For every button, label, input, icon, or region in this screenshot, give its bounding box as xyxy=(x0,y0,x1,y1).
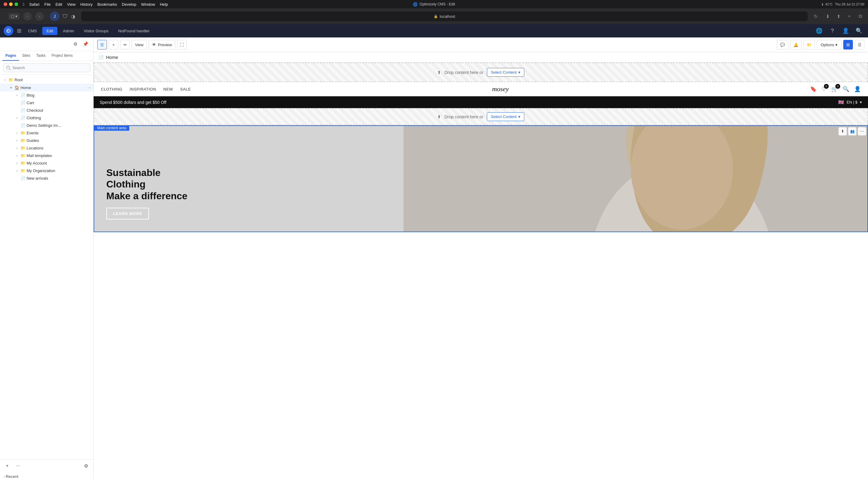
address-bar[interactable]: 🔒 localhost xyxy=(81,11,808,21)
menu-safari[interactable]: Safari xyxy=(29,2,39,7)
tree-item-mail-templates[interactable]: › 📁 Mail templates xyxy=(0,152,93,159)
cms-nav-visitor-groups[interactable]: Visitor Groups xyxy=(80,27,113,35)
view-label: View xyxy=(135,42,144,47)
settings-icon-btn[interactable]: ⚙ xyxy=(71,40,80,48)
add-page-btn[interactable]: + xyxy=(3,461,11,470)
forward-btn[interactable]: › xyxy=(35,12,44,21)
view-btn[interactable]: View xyxy=(132,40,147,50)
pin-icon-btn[interactable]: 📌 xyxy=(81,40,90,48)
cms-nav-edit[interactable]: Edit xyxy=(42,27,57,35)
list-toggle-btn[interactable]: ☰ xyxy=(855,40,864,50)
menu-window[interactable]: Window xyxy=(141,2,155,7)
grid-view-btn[interactable]: ⊞ xyxy=(843,40,853,50)
promo-bar: Spend $500 dollars and get $50 Off 🇬🇧 EN… xyxy=(94,96,868,108)
download-btn[interactable]: ⬇ xyxy=(823,12,832,21)
nav-account-icon[interactable]: 👤 xyxy=(854,86,861,92)
comment-btn[interactable]: 💬 xyxy=(777,40,788,50)
sidebar-toggle-btn[interactable]: ▢ ▾ xyxy=(8,13,20,20)
maximize-btn[interactable] xyxy=(14,2,18,6)
back-btn[interactable]: ‹ xyxy=(23,12,32,21)
tree-item-root[interactable]: › 📁 Root xyxy=(0,76,93,84)
recent-label[interactable]: › Recent xyxy=(4,474,90,479)
nav-bookmark-icon[interactable]: 🔖 xyxy=(810,86,817,92)
middle-drop-zone[interactable]: ⬆ Drop content here or Select Content ▾ xyxy=(94,108,868,125)
tree-item-home[interactable]: ▾ 🏠 Home ··· xyxy=(0,84,93,92)
search-btn[interactable]: 🔍 xyxy=(854,25,864,36)
tree-item-locations[interactable]: › 📁 Locations xyxy=(0,144,93,152)
tree-item-guides[interactable]: › 📁 Guides xyxy=(0,137,93,144)
cms-nav-cms[interactable]: CMS xyxy=(24,27,41,35)
nav-search-icon[interactable]: 🔍 xyxy=(843,86,849,92)
refresh-btn[interactable]: ↻ xyxy=(811,12,820,21)
nav-sale[interactable]: SALE xyxy=(180,87,191,92)
grid-icon[interactable]: ⊞ xyxy=(17,28,22,34)
close-btn[interactable] xyxy=(4,2,7,6)
search-input[interactable] xyxy=(3,63,90,72)
list-view-btn[interactable]: ☰ xyxy=(97,40,107,50)
nav-cart-icon[interactable]: 🛒0 xyxy=(831,86,838,92)
top-drop-zone[interactable]: ⬆ Drop content here or Select Content ▾ xyxy=(94,63,868,82)
tree-label-demo: Demo Settings Im... xyxy=(27,123,91,128)
cms-nav-notfound[interactable]: NotFound handler xyxy=(114,27,154,35)
options-label: Options xyxy=(820,42,834,47)
page-icon: 📄 xyxy=(98,55,103,60)
minimize-btn[interactable] xyxy=(9,2,13,6)
tree-item-events[interactable]: › 📁 Events xyxy=(0,129,93,137)
menu-edit[interactable]: Edit xyxy=(56,2,62,7)
tree-item-demo[interactable]: 📄 Demo Settings Im... xyxy=(0,122,93,129)
cms-nav-admin[interactable]: Admin xyxy=(59,27,78,35)
preview-frame[interactable]: ⬆ Drop content here or Select Content ▾ … xyxy=(94,63,868,480)
menu-file[interactable]: File xyxy=(44,2,51,7)
tab-pages[interactable]: Pages xyxy=(2,51,19,61)
tree-item-clothing[interactable]: › 📄 Clothing xyxy=(0,114,93,122)
tab-tasks[interactable]: Tasks xyxy=(33,51,49,61)
options-btn[interactable]: Options ▾ xyxy=(817,40,841,50)
tree-item-blog[interactable]: › 📄 Blog xyxy=(0,92,93,99)
sidebar-settings-btn[interactable]: ⚙ xyxy=(82,461,90,470)
more-content-btn[interactable]: ··· xyxy=(858,127,866,135)
edit-pencil-btn[interactable]: ✏ xyxy=(120,40,130,50)
page-icon: 📄 xyxy=(21,93,25,97)
menu-help[interactable]: Help xyxy=(160,2,168,7)
hero-cta-btn[interactable]: LEARN MORE xyxy=(106,208,149,220)
users-content-btn[interactable]: 👥 xyxy=(848,127,857,135)
nav-inspiration[interactable]: INSPIRATION xyxy=(130,87,156,92)
menu-history[interactable]: History xyxy=(80,2,92,7)
select-content-top-btn[interactable]: Select Content ▾ xyxy=(487,68,524,77)
add-content-btn[interactable]: + xyxy=(109,40,118,50)
nav-clothing[interactable]: CLOTHING xyxy=(101,87,122,92)
nav-new[interactable]: NEW xyxy=(163,87,173,92)
new-tab-btn[interactable]: + xyxy=(845,12,854,21)
tree-label-home: Home xyxy=(21,86,86,90)
more-btn[interactable]: ··· xyxy=(14,461,22,470)
globe-btn[interactable]: 🌐 xyxy=(814,25,825,36)
share-btn[interactable]: ⬆ xyxy=(834,12,843,21)
tab-project-items[interactable]: Project Items xyxy=(49,51,76,61)
tree-item-checkout[interactable]: 📄 Checkout xyxy=(0,106,93,114)
menu-bookmarks[interactable]: Bookmarks xyxy=(97,2,117,7)
tree-item-cart[interactable]: 📄 Cart xyxy=(0,99,93,106)
fullscreen-btn[interactable]: ⛶ xyxy=(177,40,187,50)
tree-menu-btn[interactable]: ··· xyxy=(87,85,91,90)
menu-develop[interactable]: Develop xyxy=(122,2,136,7)
help-btn[interactable]: ? xyxy=(827,25,838,36)
sidebar-toolbar: ⚙ 📌 xyxy=(0,37,93,51)
folder-btn[interactable]: 📁 xyxy=(803,40,815,50)
select-content-middle-btn[interactable]: Select Content ▾ xyxy=(487,112,524,121)
share-content-btn[interactable]: ⬆ xyxy=(838,127,847,135)
split-btn[interactable]: ⧉ xyxy=(856,12,864,21)
menu-view[interactable]: View xyxy=(67,2,75,7)
preview-btn[interactable]: 👁 Preview xyxy=(149,40,175,50)
user-btn[interactable]: 👤 xyxy=(840,25,851,36)
mac-menu[interactable]:  Safari File Edit View History Bookmark… xyxy=(23,2,168,7)
menu-apple[interactable]:  xyxy=(23,2,25,7)
window-controls[interactable] xyxy=(4,2,18,6)
nav-wishlist-icon[interactable]: ♡0 xyxy=(822,86,826,92)
tree-item-my-organization[interactable]: › 📁 My Organization xyxy=(0,167,93,174)
tree-item-new-arrivals[interactable]: 📄 New arrivals xyxy=(0,174,93,182)
tab-sites[interactable]: Sites xyxy=(19,51,33,61)
preview-label: Preview xyxy=(158,42,172,47)
tree-item-my-account[interactable]: › 📁 My Account xyxy=(0,159,93,167)
hero-image xyxy=(403,126,867,231)
bell-btn[interactable]: 🔔 xyxy=(790,40,802,50)
